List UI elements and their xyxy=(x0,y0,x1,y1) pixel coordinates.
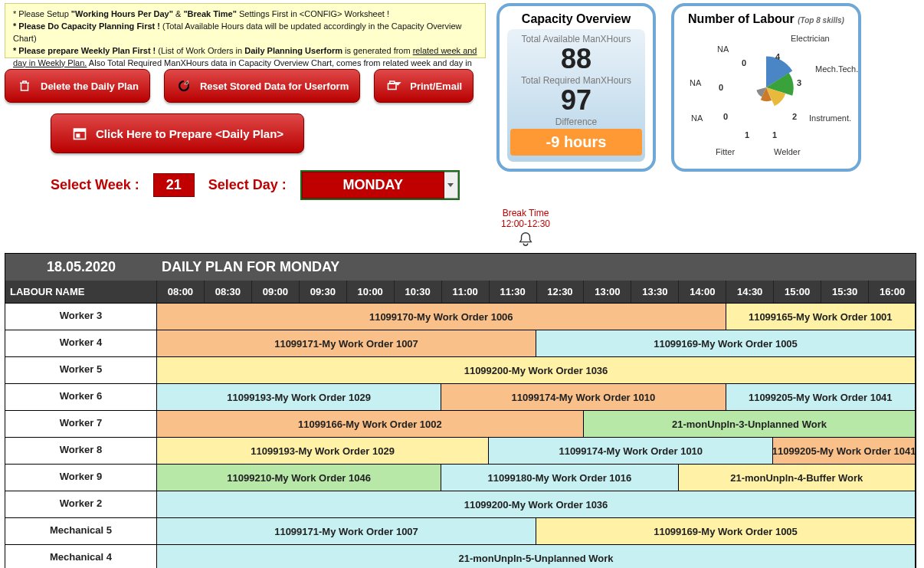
daily-plan-grid: 18.05.2020 DAILY PLAN FOR MONDAY LABOUR … xyxy=(5,253,916,568)
labour-name: Mechanical 4 xyxy=(5,545,157,568)
refresh-icon xyxy=(175,77,192,94)
slot-track: 11099170-My Work Order 100611099165-My W… xyxy=(157,304,916,330)
time-header-cell: 12:30 xyxy=(537,281,585,303)
print-mail-icon xyxy=(385,77,402,94)
labour-name: Worker 9 xyxy=(5,465,157,491)
time-header-cell: 11:30 xyxy=(490,281,537,303)
time-header-cell: 16:00 xyxy=(869,281,916,303)
time-header-cell: 13:00 xyxy=(584,281,631,303)
svg-rect-0 xyxy=(388,84,397,90)
print-email-button[interactable]: Print/Email xyxy=(374,69,473,103)
prepare-daily-plan-button[interactable]: Click Here to Prepare <Daily Plan> xyxy=(51,113,304,153)
slot-track: 11099171-My Work Order 100711099169-My W… xyxy=(157,330,916,356)
labour-name: Worker 5 xyxy=(5,357,157,383)
plan-row: Worker 311099170-My Work Order 100611099… xyxy=(5,303,916,330)
work-order-bar[interactable]: 11099205-My Work Order 1041 xyxy=(773,438,916,464)
plan-row: Mechanical 511099171-My Work Order 10071… xyxy=(5,517,916,544)
time-header-row: LABOUR NAME 08:0008:3009:0009:3010:0010:… xyxy=(5,281,916,303)
time-header-cell: 10:30 xyxy=(395,281,442,303)
work-order-bar[interactable]: 11099170-My Work Order 1006 xyxy=(157,304,726,330)
slot-track: 21-monUnpln-5-Unplanned Work xyxy=(157,545,916,568)
plan-row: Worker 611099193-My Work Order 102911099… xyxy=(5,383,916,410)
slot-track: 11099193-My Work Order 102911099174-My W… xyxy=(157,384,916,410)
break-time-marker: Break Time 12:00-12:30 xyxy=(487,208,564,250)
work-order-bar[interactable]: 11099210-My Work Order 1046 xyxy=(157,465,441,491)
time-header-cell: 09:30 xyxy=(300,281,347,303)
labour-count-panel: Number of Labour (Top 8 skills) Electric… xyxy=(671,3,861,172)
work-order-bar[interactable]: 11099166-My Work Order 1002 xyxy=(157,411,584,437)
plan-date: 18.05.2020 xyxy=(5,259,157,275)
work-order-bar[interactable]: 11099165-My Work Order 1001 xyxy=(726,304,916,330)
calendar-icon xyxy=(71,125,88,142)
capacity-required: 97 xyxy=(510,86,642,115)
labour-name: Worker 8 xyxy=(5,438,157,464)
bell-icon xyxy=(516,231,535,248)
labour-title: Number of Labour (Top 8 skills) xyxy=(682,12,850,26)
labour-name: Worker 2 xyxy=(5,491,157,517)
plan-row: Worker 411099171-My Work Order 100711099… xyxy=(5,330,916,356)
select-day-label: Select Day : xyxy=(208,177,287,193)
time-header-cell: 09:00 xyxy=(252,281,300,303)
work-order-bar[interactable]: 11099169-My Work Order 1005 xyxy=(536,518,916,544)
plan-row: Worker 711099166-My Work Order 100221-mo… xyxy=(5,410,916,437)
time-header-cell: 08:30 xyxy=(205,281,252,303)
work-order-bar[interactable]: 11099200-My Work Order 1036 xyxy=(157,357,916,383)
plan-row: Worker 211099200-My Work Order 1036 xyxy=(5,491,916,517)
time-header-cell: 11:00 xyxy=(442,281,490,303)
work-order-bar[interactable]: 11099169-My Work Order 1005 xyxy=(536,330,916,356)
time-header-cell: 10:00 xyxy=(347,281,395,303)
work-order-bar[interactable]: 11099180-My Work Order 1016 xyxy=(441,465,678,491)
slot-track: 11099200-My Work Order 1036 xyxy=(157,357,916,383)
labour-name: Mechanical 5 xyxy=(5,518,157,544)
notice-box: * Please Setup "Working Hours Per Day" &… xyxy=(5,3,486,58)
delete-plan-button[interactable]: Delete the Daily Plan xyxy=(5,69,150,103)
trash-icon xyxy=(16,77,33,94)
slot-track: 11099200-My Work Order 1036 xyxy=(157,491,916,517)
work-order-bar[interactable]: 11099174-My Work Order 1010 xyxy=(489,438,773,464)
week-selector[interactable]: 21 xyxy=(153,173,195,197)
plan-row: Worker 811099193-My Work Order 102911099… xyxy=(5,437,916,464)
svg-rect-4 xyxy=(77,134,80,137)
work-order-bar[interactable]: 11099174-My Work Order 1010 xyxy=(441,384,726,410)
capacity-available: 88 xyxy=(510,44,642,74)
svg-rect-3 xyxy=(74,129,86,131)
work-order-bar[interactable]: 11099193-My Work Order 1029 xyxy=(157,384,441,410)
slot-track: 11099193-My Work Order 102911099174-My W… xyxy=(157,438,916,464)
slot-track: 11099210-My Work Order 104611099180-My W… xyxy=(157,465,916,491)
labour-name: Worker 4 xyxy=(5,330,157,356)
work-order-bar[interactable]: 21-monUnpln-4-Buffer Work xyxy=(679,465,916,491)
plan-title: DAILY PLAN FOR MONDAY xyxy=(157,259,916,275)
slot-track: 11099166-My Work Order 100221-monUnpln-3… xyxy=(157,411,916,437)
plan-row: Worker 511099200-My Work Order 1036 xyxy=(5,356,916,383)
work-order-bar[interactable]: 11099200-My Work Order 1036 xyxy=(157,491,916,517)
work-order-bar[interactable]: 11099205-My Work Order 1041 xyxy=(726,384,916,410)
select-week-label: Select Week : xyxy=(51,177,139,193)
labour-name: Worker 6 xyxy=(5,384,157,410)
work-order-bar[interactable]: 21-monUnpln-5-Unplanned Work xyxy=(157,545,916,568)
time-header-cell: 14:30 xyxy=(726,281,774,303)
capacity-title: Capacity Overview xyxy=(507,12,645,26)
work-order-bar[interactable]: 11099193-My Work Order 1029 xyxy=(157,438,489,464)
day-dropdown-icon[interactable] xyxy=(444,172,458,199)
labour-name: Worker 3 xyxy=(5,304,157,330)
capacity-overview-panel: Capacity Overview Total Available ManXHo… xyxy=(496,3,656,172)
plan-row: Worker 911099210-My Work Order 104611099… xyxy=(5,464,916,491)
work-order-bar[interactable]: 21-monUnpln-3-Unplanned Work xyxy=(584,411,916,437)
svg-rect-1 xyxy=(390,81,395,84)
time-header-cell: 15:00 xyxy=(774,281,821,303)
time-header-cell: 13:30 xyxy=(631,281,679,303)
reset-data-button[interactable]: Reset Stored Data for Userform xyxy=(164,69,360,103)
time-header-cell: 14:00 xyxy=(679,281,726,303)
work-order-bar[interactable]: 11099171-My Work Order 1007 xyxy=(157,518,536,544)
work-order-bar[interactable]: 11099171-My Work Order 1007 xyxy=(157,330,536,356)
capacity-difference: -9 hours xyxy=(510,129,642,156)
plan-row: Mechanical 421-monUnpln-5-Unplanned Work xyxy=(5,544,916,568)
time-header-cell: 08:00 xyxy=(157,281,205,303)
time-header-cell: 15:30 xyxy=(821,281,869,303)
slot-track: 11099171-My Work Order 100711099169-My W… xyxy=(157,518,916,544)
day-selector[interactable]: MONDAY xyxy=(302,172,444,199)
labour-name: Worker 7 xyxy=(5,411,157,437)
